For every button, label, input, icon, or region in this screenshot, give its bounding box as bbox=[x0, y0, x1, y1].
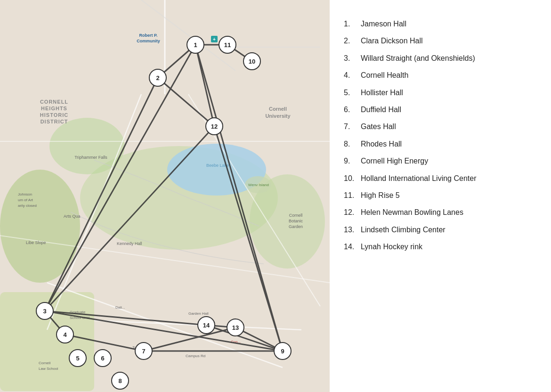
legend-item-6: 6.Duffield Hall bbox=[344, 105, 537, 115]
node-5: 5 bbox=[69, 349, 87, 367]
legend-num-13: 13. bbox=[344, 225, 361, 235]
legend-item-2: 2.Clara Dickson Hall bbox=[344, 36, 537, 46]
legend-item-13: 13.Lindseth Climbing Center bbox=[344, 225, 537, 235]
svg-text:Johnson: Johnson bbox=[18, 192, 32, 196]
svg-text:um of Art: um of Art bbox=[18, 198, 33, 202]
legend-item-12: 12.Helen Newman Bowling Lanes bbox=[344, 207, 537, 218]
svg-text:Triphammer Falls: Triphammer Falls bbox=[74, 155, 107, 160]
legend-item-14: 14.Lynah Hockey rink bbox=[344, 242, 537, 252]
svg-text:DISTRICT: DISTRICT bbox=[41, 119, 68, 124]
node-8: 8 bbox=[111, 372, 129, 390]
legend-num-4: 4. bbox=[344, 70, 361, 81]
svg-text:Arts Qua: Arts Qua bbox=[64, 214, 81, 219]
map-canvas: CORNELL HEIGHTS HISTORIC DISTRICT Cornel… bbox=[0, 0, 330, 392]
legend-text-4: Cornell Health bbox=[361, 70, 408, 81]
legend-num-2: 2. bbox=[344, 36, 361, 46]
node-13: 13 bbox=[227, 318, 244, 336]
svg-text:Dali...: Dali... bbox=[115, 305, 125, 310]
legend-num-5: 5. bbox=[344, 88, 361, 98]
legend-text-3: Willard Straight (and Okenshields) bbox=[361, 53, 475, 64]
legend-num-3: 3. bbox=[344, 53, 361, 64]
legend-item-7: 7.Gates Hall bbox=[344, 122, 537, 132]
svg-point-2 bbox=[49, 118, 125, 174]
legend-item-5: 5.Hollister Hall bbox=[344, 88, 537, 98]
legend-text-1: Jameson Hall bbox=[361, 19, 406, 29]
svg-text:Kennedy Hall: Kennedy Hall bbox=[117, 241, 142, 246]
svg-text:Law School: Law School bbox=[39, 367, 58, 371]
svg-text:Garden Hall: Garden Hall bbox=[188, 311, 209, 316]
node-11: 11 bbox=[219, 36, 236, 54]
svg-text:Garden: Garden bbox=[289, 224, 303, 229]
legend-item-4: 4.Cornell Health bbox=[344, 70, 537, 81]
legend-num-7: 7. bbox=[344, 122, 361, 132]
node-10: 10 bbox=[243, 52, 261, 70]
svg-text:University: University bbox=[265, 113, 291, 119]
svg-text:HISTORIC: HISTORIC bbox=[40, 112, 68, 118]
legend-text-6: Duffield Hall bbox=[361, 105, 401, 115]
svg-text:Cornell: Cornell bbox=[269, 106, 287, 112]
legend-num-9: 9. bbox=[344, 156, 361, 166]
map-section: CORNELL HEIGHTS HISTORIC DISTRICT Cornel… bbox=[0, 0, 330, 392]
legend-text-13: Lindseth Climbing Center bbox=[361, 225, 446, 235]
legend-item-8: 8.Rhodes Hall bbox=[344, 139, 537, 149]
legend-text-2: Clara Dickson Hall bbox=[361, 36, 423, 46]
svg-point-3 bbox=[0, 170, 80, 283]
svg-text:Community: Community bbox=[137, 39, 160, 43]
svg-text:Robert P.: Robert P. bbox=[139, 33, 158, 38]
legend-text-10: Holland International Living Center bbox=[361, 173, 476, 184]
node-3: 3 bbox=[36, 302, 54, 320]
legend-section: 1.Jameson Hall2.Clara Dickson Hall3.Will… bbox=[330, 0, 551, 392]
svg-text:Cornell: Cornell bbox=[289, 213, 303, 218]
legend-item-10: 10.Holland International Living Center bbox=[344, 173, 537, 184]
legend-text-12: Helen Newman Bowling Lanes bbox=[361, 207, 463, 218]
svg-text:Botanic: Botanic bbox=[289, 219, 303, 223]
legend-text-7: Gates Hall bbox=[361, 122, 396, 132]
legend-text-14: Lynah Hockey rink bbox=[361, 242, 422, 252]
svg-text:CORNELL: CORNELL bbox=[40, 99, 68, 105]
node-6: 6 bbox=[94, 349, 112, 367]
node-2: 2 bbox=[149, 69, 167, 87]
svg-text:+: + bbox=[213, 37, 216, 42]
node-4: 4 bbox=[56, 326, 74, 343]
svg-text:arily closed: arily closed bbox=[18, 204, 37, 208]
legend-num-8: 8. bbox=[344, 139, 361, 149]
legend-num-11: 11. bbox=[344, 190, 361, 201]
legend-num-10: 10. bbox=[344, 173, 361, 184]
legend-text-11: High Rise 5 bbox=[361, 190, 400, 201]
legend-item-11: 11.High Rise 5 bbox=[344, 190, 537, 201]
legend-num-1: 1. bbox=[344, 19, 361, 29]
legend-num-14: 14. bbox=[344, 242, 361, 252]
legend-item-9: 9.Cornell High Energy bbox=[344, 156, 537, 166]
legend-text-9: Cornell High Energy bbox=[361, 156, 428, 166]
node-12: 12 bbox=[205, 117, 223, 135]
node-9: 9 bbox=[274, 342, 292, 360]
node-14: 14 bbox=[197, 316, 215, 334]
svg-text:HEIGHTS: HEIGHTS bbox=[41, 106, 67, 111]
svg-text:Campus Rd: Campus Rd bbox=[186, 354, 205, 358]
svg-text:Cornell: Cornell bbox=[39, 361, 51, 365]
legend-num-6: 6. bbox=[344, 105, 361, 115]
node-1: 1 bbox=[186, 36, 204, 54]
legend-text-8: Rhodes Hall bbox=[361, 139, 402, 149]
svg-text:Libe Slope: Libe Slope bbox=[26, 240, 46, 245]
legend-text-5: Hollister Hall bbox=[361, 88, 403, 98]
svg-text:Wenv Island: Wenv Island bbox=[248, 183, 269, 187]
legend-item-1: 1.Jameson Hall bbox=[344, 19, 537, 29]
legend-num-12: 12. bbox=[344, 207, 361, 218]
node-7: 7 bbox=[135, 342, 153, 360]
legend-item-3: 3.Willard Straight (and Okenshields) bbox=[344, 53, 537, 64]
